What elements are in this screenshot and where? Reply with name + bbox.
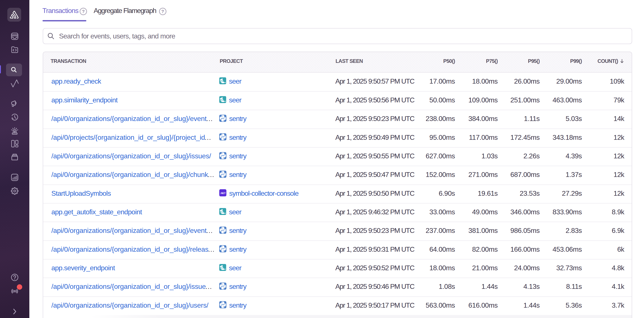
svg-text:.NET: .NET — [220, 192, 226, 194]
